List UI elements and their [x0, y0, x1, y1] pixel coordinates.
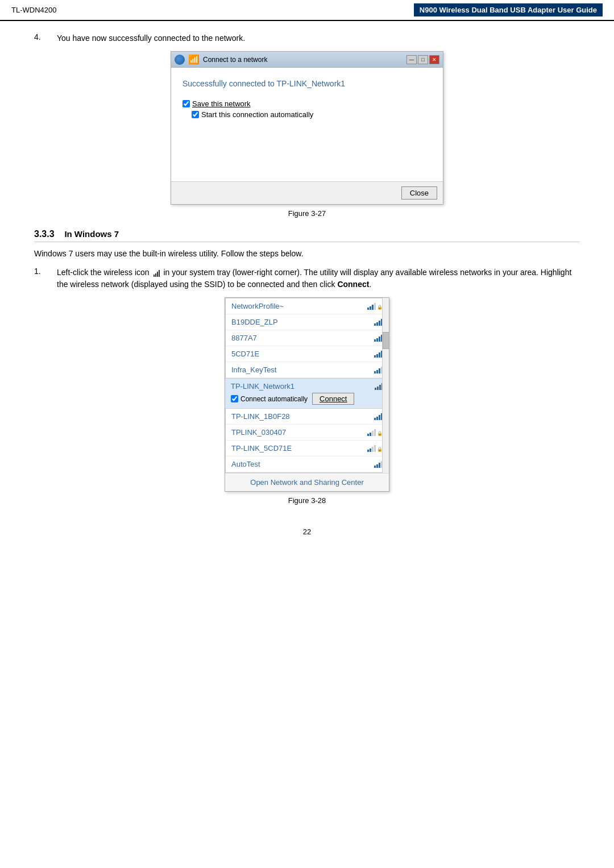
success-text: Successfully connected to TP-LINK_Networ… — [182, 79, 432, 88]
b3 — [379, 368, 380, 373]
auto-connect-checkbox-row: Connect automatically — [231, 395, 308, 403]
signal-0: 🔒 — [367, 302, 383, 310]
network-list-bottom: TP-LINK_1B0F28 TPLINK_030407 — [225, 408, 389, 473]
save-network-label: Save this network — [192, 99, 251, 108]
signal-8 — [374, 460, 383, 468]
b4 — [374, 303, 376, 310]
b4 — [374, 445, 376, 452]
network-item-8[interactable]: AutoTest — [226, 456, 388, 472]
maximize-button[interactable]: □ — [418, 55, 428, 64]
dialog-close-button[interactable]: ✕ — [429, 55, 439, 64]
bar1 — [154, 275, 155, 277]
signal-3 — [374, 350, 383, 358]
scrollbar-track[interactable] — [382, 298, 389, 473]
b1 — [375, 388, 376, 390]
selected-network-row: TP-LINK_Network1 — [231, 382, 383, 391]
figure-27-label: Figure 3-27 — [34, 209, 580, 218]
network-item-3[interactable]: 5CD71E — [226, 346, 388, 362]
connect-button[interactable]: Connect — [312, 393, 354, 405]
network-item-6[interactable]: TPLINK_030407 🔒 — [226, 425, 388, 441]
signal-icon-title: 📶 — [188, 54, 200, 65]
network-item-5[interactable]: TP-LINK_1B0F28 — [226, 409, 388, 425]
header-title: N900 Wireless Dual Band USB Adapter User… — [414, 3, 603, 16]
network-name-1: B19DDE_ZLP — [231, 318, 278, 326]
signal-1 — [374, 318, 383, 326]
main-content: 4. You have now successfully connected t… — [0, 27, 614, 559]
titlebar-left: 📶 Connect to a network — [175, 54, 267, 65]
network-item-2[interactable]: 8877A7 — [226, 330, 388, 346]
b4 — [374, 429, 376, 436]
selected-network-name: TP-LINK_Network1 — [231, 382, 294, 391]
b1 — [374, 418, 376, 420]
titlebar-buttons: — □ ✕ — [406, 55, 439, 64]
step-1-content: Left-click the wireless icon in your sys… — [57, 267, 580, 290]
section-title: In Windows 7 — [64, 229, 119, 239]
minimize-button[interactable]: — — [406, 55, 417, 64]
b3 — [379, 385, 381, 390]
auto-connect-label: Start this connection automatically — [201, 110, 313, 119]
header-model: TL-WDN4200 — [11, 6, 56, 14]
b3 — [379, 337, 380, 342]
b2 — [376, 417, 378, 420]
b2 — [370, 433, 371, 436]
network-item-1[interactable]: B19DDE_ZLP — [226, 314, 388, 330]
connect-auto-label: Connect automatically — [240, 395, 308, 403]
network-list-top: NetworkProfile~ 🔒 B19DDE_ZLP — [225, 298, 389, 379]
network-list-wrapper: NetworkProfile~ 🔒 B19DDE_ZLP — [225, 298, 389, 473]
b1 — [374, 339, 376, 342]
step-4-number: 4. — [34, 32, 57, 44]
auto-connect-checkbox[interactable] — [192, 111, 199, 118]
network-footer: Open Network and Sharing Center — [225, 473, 389, 491]
network-item-4[interactable]: Infra_KeyTest — [226, 362, 388, 378]
step-4-text: You have now successfully connected to t… — [57, 32, 580, 44]
b1 — [367, 434, 369, 436]
section-heading: 3.3.3 In Windows 7 — [34, 229, 580, 242]
signal-6: 🔒 — [367, 429, 383, 436]
save-network-checkbox[interactable] — [182, 100, 190, 107]
signal-4 — [374, 366, 383, 373]
b3 — [372, 431, 374, 436]
network-item-0[interactable]: NetworkProfile~ 🔒 — [226, 298, 388, 314]
network-name-3: 5CD71E — [231, 350, 259, 358]
b3 — [372, 447, 374, 452]
network-name-0: NetworkProfile~ — [231, 302, 284, 310]
step-1-block: 1. Left-click the wireless icon in your … — [34, 267, 580, 290]
signal-7: 🔒 — [367, 445, 383, 452]
network-item-7[interactable]: TP-LINK_5CD71E 🔒 — [226, 441, 388, 456]
b2 — [376, 322, 378, 326]
section-intro: Windows 7 users may use the built-in wir… — [34, 248, 580, 260]
b1 — [374, 355, 376, 358]
b3 — [379, 415, 380, 420]
open-network-sharing-link[interactable]: Open Network and Sharing Center — [250, 478, 363, 487]
page-number: 22 — [34, 528, 580, 536]
dialog-titlebar: 📶 Connect to a network — □ ✕ — [171, 52, 443, 68]
b2 — [376, 464, 378, 468]
signal-2 — [374, 334, 383, 342]
b2 — [370, 448, 371, 452]
auto-connect-row: Start this connection automatically — [192, 110, 432, 119]
b1 — [374, 371, 376, 373]
step-4-block: 4. You have now successfully connected t… — [34, 32, 580, 44]
dialog-footer: Close — [171, 181, 443, 204]
connect-dialog: 📶 Connect to a network — □ ✕ Successfull… — [171, 51, 443, 205]
b2 — [370, 306, 371, 310]
figure-28-label: Figure 3-28 — [34, 496, 580, 505]
dialog-title-text: Connect to a network — [203, 56, 267, 64]
b1 — [374, 466, 376, 468]
signal-5 — [374, 413, 383, 420]
scrollbar-thumb[interactable] — [383, 332, 389, 349]
dialog-body: Successfully connected to TP-LINK_Networ… — [171, 68, 443, 181]
b1 — [367, 450, 369, 452]
network-name-6: TPLINK_030407 — [231, 428, 286, 437]
bar3 — [157, 272, 158, 277]
network-actions: Connect automatically Connect — [231, 393, 383, 405]
b2 — [376, 354, 378, 358]
network-name-8: AutoTest — [231, 460, 260, 468]
inline-wifi-icon — [154, 269, 160, 277]
close-dialog-button[interactable]: Close — [401, 186, 437, 200]
network-name-2: 8877A7 — [231, 334, 257, 342]
connect-auto-checkbox[interactable] — [231, 395, 238, 402]
b3 — [379, 463, 380, 468]
network-name-5: TP-LINK_1B0F28 — [231, 412, 290, 421]
b3 — [372, 305, 374, 310]
